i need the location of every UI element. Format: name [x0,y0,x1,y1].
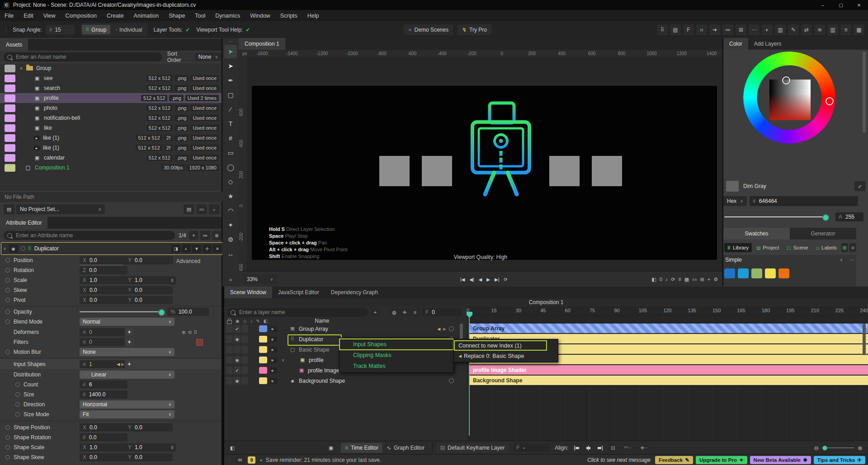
visibility-toggle[interactable] [234,366,241,374]
maximize-button[interactable]: ▢ [832,0,850,10]
individual-mode-button[interactable]: ▫ Individual [111,25,146,34]
bottom-panel-tab[interactable]: JavaScript Editor [272,287,325,298]
viewport-option-button[interactable]: ⊞ [700,277,704,282]
attribute-search-input[interactable] [15,232,166,239]
toolbar-icon-button[interactable]: ⇄ [801,24,812,35]
kf-align-center-button[interactable] [583,443,594,452]
filter-icon-button[interactable]: ✛ [400,308,409,316]
asset-row[interactable]: photo 512 x 512 .png Used once [0,103,222,113]
toolbar-icon-button[interactable]: ⠿ [657,24,668,35]
close-button[interactable]: ✕ [850,0,868,10]
viewport-option-button[interactable]: ♪ [665,277,668,282]
lock-toggle[interactable] [226,377,233,385]
skew-x-field[interactable]: X0.0 [80,286,127,294]
marquee-tool[interactable]: ▢ [224,88,237,102]
asset-row[interactable]: profile 512 x 512 .png Used 2 times [0,93,222,103]
swatch-source-button[interactable]: Ⅲ Library [724,243,752,252]
pivot-y-field[interactable]: Y0.0 [125,296,173,304]
grid-tool[interactable]: # [224,132,237,145]
rotation-z-field[interactable]: Z0.0 [80,266,127,274]
status-action-button[interactable]: Feedback ✎ [655,456,693,464]
position-y-field[interactable]: Y0.0 [125,256,173,264]
hex-field[interactable]: #646464 [750,196,858,206]
prev-connection-icon[interactable]: ◀ [117,362,120,366]
keyframe-toggle[interactable] [5,258,10,263]
timeline-zoom-slider[interactable] [822,447,854,448]
transport-button[interactable]: ◀ [479,277,482,282]
lock-toggle[interactable] [226,346,233,353]
shape-skew-y-field[interactable]: Y0.0 [125,453,173,461]
keyframe-toggle[interactable] [5,278,10,282]
selection-box-button[interactable]: ⊡ [608,443,618,452]
menu-item[interactable]: Edit [24,13,33,19]
motion-blur-dropdown[interactable]: None∨ [80,348,175,356]
opacity-slider[interactable] [80,311,162,312]
alpha-field[interactable]: A255 [835,212,863,221]
keyframe-toggle[interactable] [5,288,10,292]
add-attribute-button[interactable]: ≔ [200,231,210,240]
layer-name[interactable]: Background Shape [299,378,345,384]
connect-tool[interactable]: ↔ [224,247,237,261]
viewport-option-button[interactable]: ▭ [692,277,697,282]
expander-icon[interactable]: ∨ [279,358,287,362]
polygon-tool[interactable]: ◇ [224,175,237,188]
zoom-in-icon[interactable]: ⊕ [858,445,863,451]
keyframe-toggle[interactable] [15,382,20,387]
menu-item[interactable]: Window [250,13,270,19]
zoom-level-dropdown[interactable]: 33%∨ [243,275,277,284]
keyframe-layer-dropdown[interactable]: ⊟ Default Keyframe Layer [436,443,509,453]
swatch-set-name[interactable]: Simple [725,257,742,263]
layer-header-icon-button[interactable]: ▼ [192,244,201,253]
asset-row[interactable]: like (1) 512 x 512 2f .png Used once [0,133,222,143]
collapse-icon[interactable]: ∨ [3,246,6,251]
keyframe-toggle[interactable] [5,455,10,460]
layer-search[interactable] [227,308,368,317]
sv-selector[interactable] [782,76,790,85]
time-editor-button[interactable]: ≡ Time Editor [341,443,382,453]
tag-filter-button[interactable]: ◧ [227,443,238,453]
keyframe-toggle[interactable] [5,298,10,302]
color-swatch[interactable] [765,268,776,278]
frame-field[interactable]: F0 [422,308,461,316]
bottom-panel-tab[interactable]: Dependency Graph [325,287,384,298]
color-swatch[interactable] [724,268,735,278]
layer-color-swatch[interactable] [259,367,267,374]
swatch-source-button[interactable]: ▢ Scene [783,243,811,252]
list-view-button[interactable]: ≡ [849,243,856,252]
asset-row[interactable]: calendar 512 x 512 .png Used once [0,153,222,163]
layer-color-swatch[interactable] [259,336,267,343]
keyframe-toggle[interactable] [5,268,10,272]
asset-color-swatch[interactable] [5,104,15,112]
distribution-dropdown[interactable]: ⋯Linear∨ [80,371,175,379]
swatch-source-button[interactable]: ◇ Labels [812,243,840,252]
asset-color-swatch[interactable] [5,94,15,102]
alpha-slider[interactable] [724,216,827,217]
asset-row[interactable]: see 512 x 512 .png Used once [0,73,222,83]
demo-scenes-button[interactable]: ⠶ Demo Scenes [404,24,453,35]
kf-align-left-button[interactable] [571,443,582,452]
count-field[interactable]: #6 [80,380,127,389]
next-connection-icon[interactable]: ▶ [121,362,124,366]
tab-composition-1[interactable]: Composition 1 [239,38,285,50]
timeline-zoom-knob[interactable] [822,446,827,451]
deformers-field[interactable]: ≡0 [80,328,127,336]
ellipse-tool[interactable]: ◯ [224,160,237,174]
prev-connection-icon[interactable]: ◀ [437,327,440,331]
layer-tools-check-icon[interactable]: ✓ [185,27,190,33]
asset-color-swatch[interactable] [5,124,15,132]
shape-rotation-field[interactable]: #0.0 [80,433,127,442]
keyframe-toggle[interactable] [15,412,20,417]
trash-button[interactable]: 🝔 [209,204,220,214]
scale-x-field[interactable]: X1.0 [80,276,127,284]
menu-item[interactable]: Tool [195,13,205,19]
open-folder-button[interactable]: ▤ [184,204,194,214]
keyframe-type-button[interactable]: ✛› [637,443,651,452]
asset-color-swatch[interactable] [5,164,15,172]
selected-layer-header[interactable]: ∨ ◉ ⠿ Duplicator ◨◐▼✛✕ [1,242,224,255]
menu-item[interactable]: Create [107,13,124,19]
viewport-option-button[interactable]: ⚙ [713,277,718,282]
pivot-x-field[interactable]: X0.0 [80,296,127,304]
viewport-option-button[interactable]: ▦ [684,277,689,282]
status-action-button[interactable]: New Beta Available ✹ [750,456,811,464]
asset-search[interactable] [4,52,162,61]
